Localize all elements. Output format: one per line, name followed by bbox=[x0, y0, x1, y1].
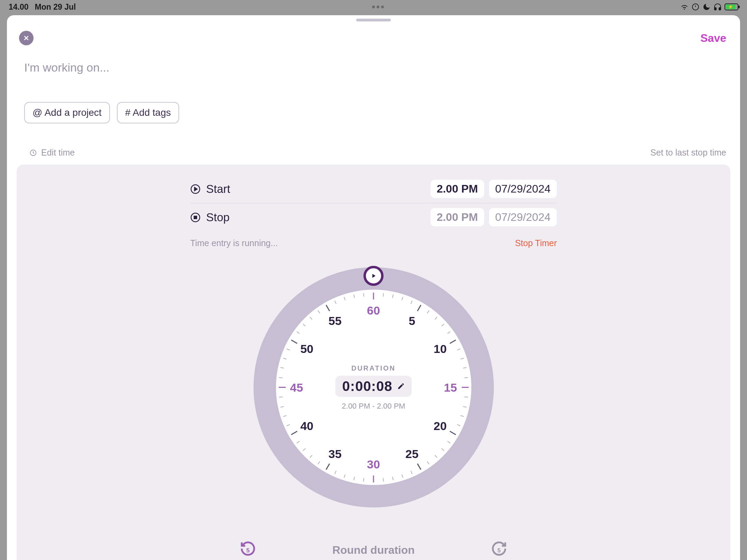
stop-label: Stop bbox=[206, 211, 230, 224]
moon-icon bbox=[702, 3, 711, 11]
ios-status-bar: 14.00 Mon 29 Jul ⚡ bbox=[0, 0, 747, 14]
wifi-icon bbox=[680, 3, 689, 11]
stop-date-pill[interactable]: 07/29/2024 bbox=[489, 208, 557, 226]
running-status: Time entry is running... bbox=[190, 238, 278, 248]
clock-number-40: 40 bbox=[300, 419, 313, 432]
start-row: Start 2.00 PM 07/29/2024 bbox=[190, 175, 557, 203]
round-forward-button[interactable]: 5 bbox=[491, 540, 507, 560]
play-icon bbox=[370, 272, 377, 279]
start-time-pill[interactable]: 2.00 PM bbox=[431, 180, 484, 198]
multitask-dots[interactable] bbox=[372, 6, 384, 8]
clock-number-35: 35 bbox=[329, 447, 342, 461]
status-time: 14.00 bbox=[9, 2, 29, 12]
close-button[interactable] bbox=[19, 31, 34, 45]
duration-clock[interactable]: DURATION 0:00:08 2.00 PM - 2.00 PM 60510… bbox=[253, 267, 494, 507]
round-back-button[interactable]: 5 bbox=[240, 540, 256, 560]
stop-time-pill[interactable]: 2.00 PM bbox=[431, 208, 484, 226]
edit-time-label: Edit time bbox=[41, 148, 75, 158]
edit-time-button[interactable]: Edit time bbox=[29, 148, 75, 158]
clock-number-20: 20 bbox=[434, 419, 447, 432]
duration-button[interactable]: 0:00:08 bbox=[335, 376, 412, 397]
start-date-pill[interactable]: 07/29/2024 bbox=[489, 180, 557, 198]
svg-rect-4 bbox=[194, 216, 197, 219]
duration-value: 0:00:08 bbox=[342, 379, 393, 394]
rotation-lock-icon bbox=[691, 3, 700, 11]
status-date: Mon 29 Jul bbox=[35, 2, 76, 12]
pencil-icon bbox=[397, 382, 405, 390]
clock-thumb-start[interactable] bbox=[363, 266, 384, 286]
save-button[interactable]: Save bbox=[700, 32, 726, 45]
add-project-button[interactable]: @ Add a project bbox=[24, 102, 110, 123]
clock-number-25: 25 bbox=[405, 447, 418, 461]
close-icon bbox=[22, 34, 30, 42]
start-label: Start bbox=[206, 183, 230, 196]
clock-icon bbox=[29, 149, 37, 157]
clock-number-55: 55 bbox=[329, 314, 342, 327]
duration-label: DURATION bbox=[351, 364, 396, 372]
clock-number-30: 30 bbox=[367, 458, 380, 471]
play-circle-icon bbox=[190, 184, 201, 194]
description-input[interactable]: I'm working on... bbox=[7, 45, 740, 74]
clock-number-10: 10 bbox=[434, 342, 447, 356]
duration-range: 2.00 PM - 2.00 PM bbox=[342, 402, 405, 411]
stop-circle-icon bbox=[190, 212, 201, 223]
clock-number-50: 50 bbox=[300, 342, 313, 356]
time-panel: Start 2.00 PM 07/29/2024 Stop 2.00 PM 07… bbox=[17, 165, 730, 560]
round-duration-label: Round duration bbox=[332, 544, 415, 557]
clock-number-5: 5 bbox=[409, 314, 415, 327]
clock-number-60: 60 bbox=[367, 304, 380, 317]
set-last-stop-button[interactable]: Set to last stop time bbox=[650, 148, 726, 158]
battery-icon: ⚡ bbox=[725, 3, 738, 10]
headphones-icon bbox=[713, 3, 722, 11]
stop-row: Stop 2.00 PM 07/29/2024 bbox=[190, 203, 557, 231]
clock-number-15: 15 bbox=[444, 381, 457, 394]
stop-timer-button[interactable]: Stop Timer bbox=[515, 238, 557, 248]
drag-handle[interactable] bbox=[356, 19, 391, 21]
sheet-panel: Save I'm working on... @ Add a project #… bbox=[7, 15, 740, 560]
clock-number-45: 45 bbox=[290, 381, 303, 394]
add-tags-button[interactable]: # Add tags bbox=[117, 102, 179, 123]
